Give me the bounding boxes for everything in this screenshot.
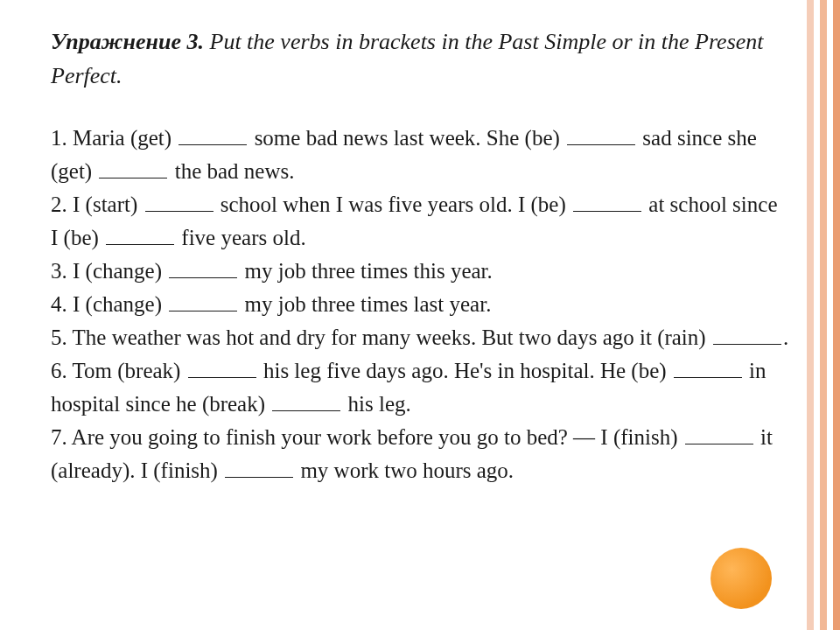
stripe — [827, 0, 834, 630]
q-num: 5. — [51, 326, 67, 349]
question-5: 5. The weather was hot and dry for many … — [51, 320, 789, 354]
exercise-number: Упражнение 3. — [51, 29, 204, 54]
stripe — [814, 0, 821, 630]
q-num: 4. — [51, 292, 67, 316]
q-text: I (change) — [67, 292, 168, 316]
exercise-content: Упражнение 3. Put the verbs in brackets … — [0, 0, 840, 511]
q-num: 2. — [51, 192, 67, 216]
q-text: his leg. — [342, 392, 410, 416]
question-6: 6. Tom (break) his leg five days ago. He… — [51, 354, 789, 420]
question-7: 7. Are you going to finish your work bef… — [51, 420, 789, 486]
q-num: 7. — [51, 425, 67, 449]
blank-input[interactable] — [106, 220, 174, 245]
blank-input[interactable] — [272, 387, 340, 411]
q-text: my job three times this year. — [239, 259, 493, 283]
blank-input[interactable] — [188, 354, 256, 378]
q-text: my job three times last year. — [239, 292, 491, 316]
questions-block: 1. Maria (get) some bad news last week. … — [51, 121, 789, 486]
blank-input[interactable] — [225, 453, 293, 478]
q-text: the bad news. — [169, 159, 294, 183]
q-text: five years old. — [176, 226, 306, 249]
stripe — [833, 0, 840, 630]
question-3: 3. I (change) my job three times this ye… — [51, 254, 789, 287]
blank-input[interactable] — [99, 154, 167, 178]
q-text: school when I was five years old. I (be) — [215, 192, 572, 216]
blank-input[interactable] — [169, 287, 237, 312]
stripe — [807, 0, 814, 630]
q-text: some bad news last week. She (be) — [248, 126, 565, 150]
decorative-stripes — [807, 0, 840, 630]
decorative-circle-icon — [710, 548, 772, 609]
q-num: 3. — [51, 259, 67, 283]
blank-input[interactable] — [567, 121, 635, 145]
q-num: 1. — [51, 126, 67, 150]
q-text: my work two hours ago. — [295, 458, 514, 482]
q-text: The weather was hot and dry for many wee… — [67, 326, 711, 349]
stripe — [820, 0, 827, 630]
blank-input[interactable] — [573, 187, 641, 212]
q-text: I (change) — [67, 259, 168, 283]
question-4: 4. I (change) my job three times last ye… — [51, 287, 789, 320]
blank-input[interactable] — [145, 187, 214, 212]
q-text: Tom (break) — [67, 359, 186, 382]
q-text: Maria (get) — [67, 126, 178, 150]
q-text: I (start) — [67, 192, 144, 216]
blank-input[interactable] — [674, 354, 742, 378]
question-1: 1. Maria (get) some bad news last week. … — [51, 121, 789, 187]
blank-input[interactable] — [169, 254, 237, 278]
q-num: 6. — [51, 359, 67, 382]
q-text: . — [783, 326, 788, 349]
blank-input[interactable] — [685, 420, 753, 444]
q-text: his leg five days ago. He's in hospital.… — [258, 359, 672, 382]
blank-input[interactable] — [713, 320, 781, 345]
q-text: Are you going to finish your work before… — [67, 425, 683, 449]
exercise-title: Упражнение 3. Put the verbs in brackets … — [51, 24, 789, 93]
question-2: 2. I (start) school when I was five year… — [51, 187, 789, 254]
blank-input[interactable] — [178, 121, 247, 145]
